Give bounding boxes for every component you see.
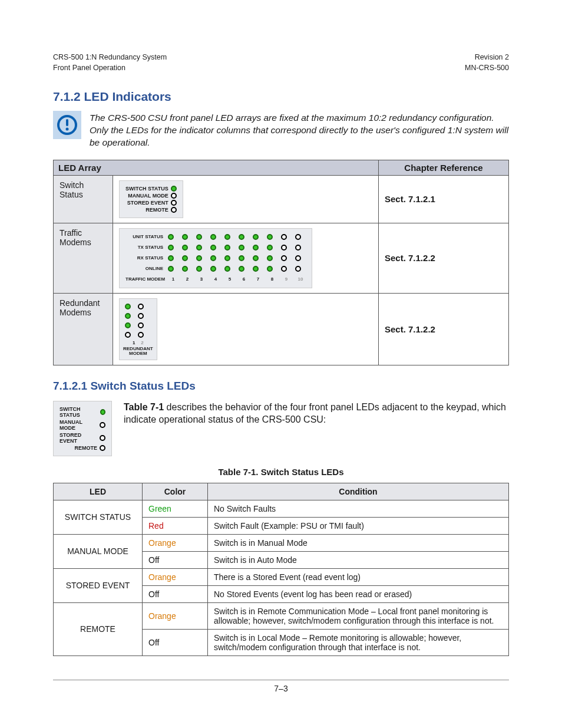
page: CRS-500 1:N Redundancy System Revision 2… [0,0,562,711]
row-img-redundant: 12 REDUNDANTMODEM [113,293,379,365]
panel-row: SWITCH STATUS [59,406,105,418]
led-indicator [125,332,131,338]
panel-footer-label: TRAFFIC MODEM [125,276,164,282]
led-indicator [125,313,131,319]
led-indicator [171,207,177,213]
led-indicator [253,266,259,272]
led-indicator [182,245,188,251]
table-row: REMOTEOrangeSwitch is in Remote Communic… [54,602,509,629]
traffic-modem-panel: UNIT STATUSTX STATUSRX STATUSONLINETRAFF… [119,228,312,288]
led-condition-cell: No Switch Faults [208,500,509,517]
led-array-table: LED Array Chapter Reference Switch Statu… [53,160,509,365]
led-condition-cell: There is a Stored Event (read event log) [208,568,509,585]
led-indicator [253,255,259,261]
led-indicator [171,193,177,199]
led-color-cell: Red [143,517,208,534]
led-color-cell: Orange [143,568,208,585]
led-indicator [267,234,273,240]
header-left-1: CRS-500 1:N Redundancy System [53,53,167,61]
important-icon [53,111,81,139]
led-indicator [224,266,230,272]
column-number: 10 [295,276,306,282]
led-name-cell: MANUAL MODE [54,534,143,568]
panel-row-label: SWITCH STATUS [125,186,168,192]
panel-row-label: TX STATUS [125,245,164,250]
led-indicator [182,234,188,240]
led-condition-cell: Switch Fault (Example: PSU or TMI fault) [208,517,509,534]
led-indicator [267,266,273,272]
column-number: 2 [182,276,193,282]
led-indicator [100,422,105,428]
th-led-array: LED Array [54,160,379,175]
led-color-cell: Off [143,629,208,655]
header-right-2: MN-CRS-500 [465,64,509,72]
led-name-cell: STORED EVENT [54,568,143,602]
column-number: 6 [239,276,249,282]
led-indicator [100,409,105,415]
row-label-traffic: Traffic Modems [54,223,113,293]
led-indicator [168,234,174,240]
led-indicator [224,245,230,251]
panel-row: MANUAL MODE [125,193,177,199]
led-indicator [295,245,301,251]
led-indicator [224,255,230,261]
led-color-cell: Orange [143,602,208,629]
panel-row: REMOTE [125,207,177,213]
led-indicator [267,245,273,251]
panel-row: STORED EVENT [59,432,105,444]
led-indicator [281,266,287,272]
panel-row-label: MANUAL MODE [59,419,97,431]
footer: 7–3 [53,680,509,693]
led-indicator [295,266,301,272]
led-indicator [100,435,105,441]
panel-row-label: ONLINE [125,266,164,271]
th-color: Color [143,483,208,500]
row-ref-switch: Sect. 7.1.2.1 [379,175,509,223]
table-row: SWITCH STATUSGreenNo Switch Faults [54,500,509,517]
led-color-cell: Off [143,551,208,568]
column-number: 7 [253,276,263,282]
led-indicator [239,245,244,251]
led-condition-cell: No Stored Events (event log has been rea… [208,585,509,602]
svg-rect-1 [66,119,68,126]
panel-row-label: SWITCH STATUS [59,406,98,418]
panel-row: SWITCH STATUS [125,186,177,192]
redundant-modem-panel: 12 REDUNDANTMODEM [119,298,157,360]
led-indicator [171,186,177,192]
led-indicator [125,322,131,328]
panel-row-label: RX STATUS [125,255,164,261]
led-indicator [196,245,202,251]
led-indicator [196,234,202,240]
column-number: 1 [133,340,135,345]
svg-point-2 [66,128,69,131]
column-number: 5 [224,276,235,282]
table-row: MANUAL MODEOrangeSwitch is in Manual Mod… [54,534,509,551]
led-indicator [253,234,259,240]
led-indicator [168,255,174,261]
panel-row-label: STORED EVENT [127,200,168,206]
led-indicator [100,445,105,451]
led-indicator [138,322,144,328]
panel-row: MANUAL MODE [59,419,105,431]
led-indicator [210,266,216,272]
led-indicator [196,266,202,272]
led-indicator [196,255,202,261]
led-color-cell: Green [143,500,208,517]
led-indicator [182,266,188,272]
table-row: STORED EVENTOrangeThere is a Stored Even… [54,568,509,585]
table-caption: Table 7-1. Switch Status LEDs [53,467,509,477]
header-row-1: CRS-500 1:N Redundancy System Revision 2 [53,53,509,61]
led-indicator [295,234,301,240]
column-number: 1 [168,276,178,282]
note-block: The CRS-500 CSU front panel LED arrays a… [53,111,509,149]
row-img-traffic: UNIT STATUSTX STATUSRX STATUSONLINETRAFF… [113,223,379,293]
section-title: 7.1.2 LED Indicators [53,90,509,104]
row-label-switch: Switch Status [54,175,113,223]
column-number: 4 [210,276,221,282]
led-indicator [210,245,216,251]
led-indicator [138,332,144,338]
led-indicator [138,304,144,309]
row-ref-redundant: Sect. 7.1.2.2 [379,293,509,365]
led-condition-cell: Switch is in Manual Mode [208,534,509,551]
intro-paragraph: Table 7-1 describes the behavior of the … [124,401,509,426]
